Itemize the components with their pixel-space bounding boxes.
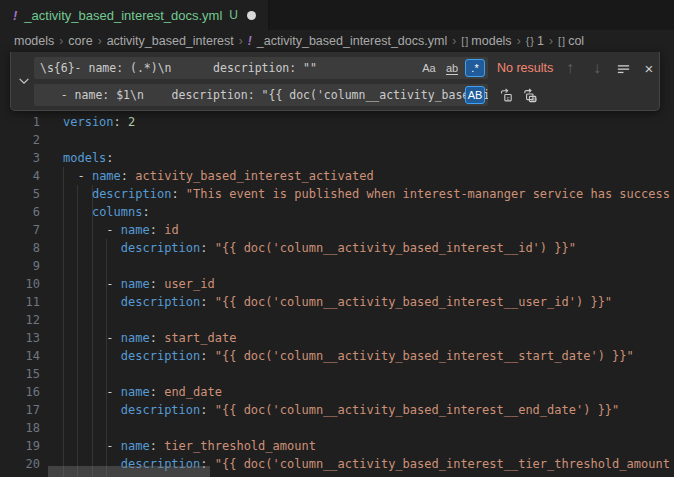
- match-case-toggle[interactable]: Aa: [419, 59, 439, 77]
- code-line[interactable]: [0, 419, 674, 437]
- breadcrumb-item[interactable]: [ ]col: [558, 34, 584, 48]
- code-line[interactable]: - name: start_date: [0, 329, 674, 347]
- code-line[interactable]: description: "{{ doc('column__activity_b…: [0, 347, 674, 365]
- code-editor[interactable]: 1234567891011121314151617181920 version:…: [0, 52, 674, 477]
- find-in-selection-button[interactable]: [612, 57, 634, 79]
- find-in-selection-icon: [616, 61, 631, 76]
- tab-bar: ! _activity_based_interest_docs.yml U: [0, 0, 674, 30]
- breadcrumb-separator: ›: [549, 34, 553, 48]
- breadcrumb-label: 1: [537, 34, 544, 48]
- find-results-status: No results: [497, 57, 553, 79]
- regex-toggle[interactable]: .*: [465, 59, 485, 77]
- code-line[interactable]: - name: user_id: [0, 275, 674, 293]
- breadcrumb-separator: ›: [239, 34, 243, 48]
- symbol-array-icon: [ ]: [558, 35, 564, 47]
- horizontal-scrollbar[interactable]: [48, 466, 210, 477]
- svg-text:ab: ab: [531, 97, 537, 102]
- yaml-file-icon: !: [248, 34, 252, 48]
- code-line[interactable]: - name: end_date: [0, 383, 674, 401]
- code-line[interactable]: description: "This event is published wh…: [0, 185, 674, 203]
- code-line[interactable]: description: "{{ doc('column__activity_b…: [0, 239, 674, 257]
- breadcrumb-separator: ›: [517, 34, 521, 48]
- replace-all-icon: ab: [522, 87, 538, 103]
- git-status-badge: U: [229, 8, 238, 22]
- replace-icon: c: [498, 87, 514, 103]
- code-line[interactable]: [0, 365, 674, 383]
- yaml-file-icon: !: [13, 8, 17, 23]
- breadcrumb-item[interactable]: models: [14, 34, 54, 48]
- arrow-down-icon: ↓: [593, 59, 601, 77]
- breadcrumb-item[interactable]: { }1: [526, 34, 544, 48]
- code-line[interactable]: columns:: [0, 203, 674, 221]
- breadcrumb-label: models: [14, 34, 54, 48]
- breadcrumb-separator: ›: [452, 34, 456, 48]
- breadcrumb-label: _activity_based_interest_docs.yml: [257, 34, 447, 48]
- replace-input[interactable]: - name: $1\n description: "{{ doc('colum…: [34, 84, 488, 106]
- code-line[interactable]: - name: id: [0, 221, 674, 239]
- breadcrumb-separator: ›: [98, 34, 102, 48]
- replace-all-button[interactable]: ab: [519, 84, 541, 106]
- find-next-button[interactable]: ↓: [586, 57, 608, 79]
- toggle-replace-button[interactable]: [16, 73, 32, 89]
- symbol-object-icon: { }: [526, 35, 533, 47]
- breadcrumb-item[interactable]: [ ]models: [461, 34, 511, 48]
- replace-button[interactable]: c: [495, 84, 517, 106]
- code-line[interactable]: [0, 311, 674, 329]
- code-line[interactable]: - name: tier_threshold_amount: [0, 437, 674, 455]
- breadcrumb-item[interactable]: core: [68, 34, 92, 48]
- chevron-down-icon: [17, 74, 31, 88]
- breadcrumb: models›core›activity_based_interest›!_ac…: [0, 30, 674, 52]
- code-line[interactable]: - name: activity_based_interest_activate…: [0, 167, 674, 185]
- code-content[interactable]: version: 2models: - name: activity_based…: [0, 113, 674, 473]
- code-line[interactable]: models:: [0, 149, 674, 167]
- breadcrumb-label: core: [68, 34, 92, 48]
- breadcrumb-item[interactable]: activity_based_interest: [107, 34, 234, 48]
- code-line[interactable]: description: "{{ doc('column__activity_b…: [0, 401, 674, 419]
- find-previous-button[interactable]: ↑: [559, 57, 581, 79]
- code-line[interactable]: [0, 131, 674, 149]
- breadcrumb-separator: ›: [59, 34, 63, 48]
- code-line[interactable]: description: "{{ doc('column__activity_b…: [0, 293, 674, 311]
- symbol-array-icon: [ ]: [461, 35, 467, 47]
- find-replace-widget: \s{6}- name: (.*)\n description: "" Aa a…: [10, 52, 660, 111]
- preserve-case-toggle[interactable]: AB: [465, 86, 485, 104]
- tab-filename: _activity_based_interest_docs.yml: [24, 8, 222, 23]
- breadcrumb-item[interactable]: !_activity_based_interest_docs.yml: [248, 34, 447, 48]
- close-icon: ×: [645, 60, 654, 77]
- tab-active-file[interactable]: ! _activity_based_interest_docs.yml U: [0, 0, 269, 30]
- arrow-up-icon: ↑: [566, 59, 574, 77]
- breadcrumb-label: col: [568, 34, 584, 48]
- unsaved-changes-dot-icon[interactable]: [247, 11, 256, 20]
- breadcrumb-label: models: [471, 34, 511, 48]
- breadcrumb-label: activity_based_interest: [107, 34, 234, 48]
- vscode-window: ! _activity_based_interest_docs.yml U mo…: [0, 0, 674, 477]
- whole-word-toggle[interactable]: ab: [442, 59, 462, 77]
- code-line[interactable]: version: 2: [0, 113, 674, 131]
- svg-text:c: c: [507, 95, 510, 101]
- code-line[interactable]: [0, 257, 674, 275]
- close-find-widget-button[interactable]: ×: [638, 57, 660, 79]
